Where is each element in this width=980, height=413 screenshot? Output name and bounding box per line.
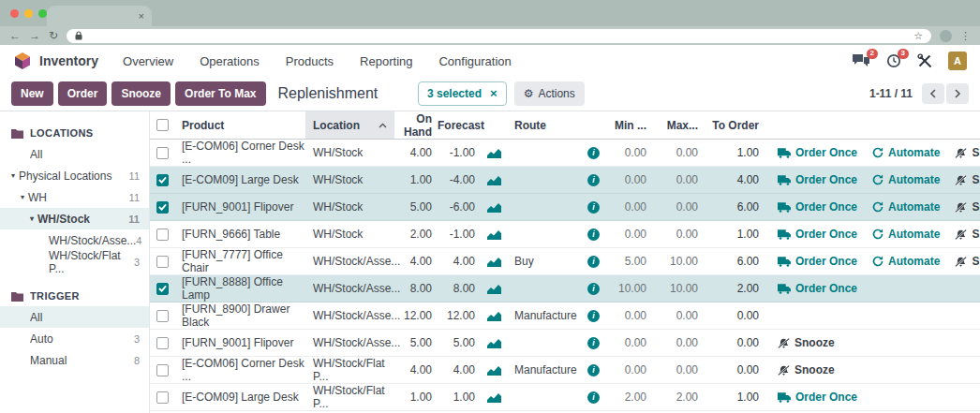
- location-cell[interactable]: WH/Stock: [305, 173, 394, 186]
- location-cell[interactable]: WH/Stock/Asse...: [305, 309, 394, 322]
- caret-down-icon[interactable]: ▾: [21, 193, 24, 201]
- reload-icon[interactable]: ↻: [49, 30, 58, 41]
- bookmark-star-icon[interactable]: ☆: [913, 31, 923, 41]
- forecast-chart-icon[interactable]: [487, 311, 501, 321]
- max-qty-cell[interactable]: 0.00: [652, 200, 704, 214]
- forecast-chart-cell[interactable]: [481, 338, 507, 348]
- back-icon[interactable]: ←: [9, 30, 21, 41]
- automate-button[interactable]: Automate: [872, 146, 940, 159]
- to-order-cell[interactable]: 4.00: [704, 173, 765, 186]
- info-cell[interactable]: i: [582, 256, 605, 268]
- forecast-chart-icon[interactable]: [487, 338, 501, 348]
- sidebar-item-manual[interactable]: Manual8: [0, 349, 149, 371]
- header-min[interactable]: Min ...: [605, 119, 652, 132]
- pager-previous-button[interactable]: [922, 83, 944, 104]
- sidebar-item-wh-stock-flat-p-[interactable]: WH/Stock/Flat P...3: [0, 251, 149, 273]
- forecast-chart-cell[interactable]: [481, 229, 507, 240]
- forecast-chart-cell[interactable]: [481, 284, 507, 294]
- snooze-button[interactable]: Snooze: [778, 336, 835, 349]
- row-checkbox[interactable]: [156, 201, 169, 214]
- snooze-button[interactable]: Snooze: [111, 81, 171, 106]
- max-qty-cell[interactable]: 0.00: [652, 228, 704, 241]
- max-qty-cell[interactable]: 2.00: [652, 391, 704, 404]
- route-cell[interactable]: Manufacture: [507, 363, 582, 376]
- order-once-button[interactable]: Order Once: [778, 228, 857, 241]
- window-controls[interactable]: [10, 9, 47, 18]
- info-icon[interactable]: i: [587, 147, 600, 159]
- forward-icon[interactable]: →: [29, 30, 40, 41]
- info-icon[interactable]: i: [587, 364, 600, 376]
- row-checkbox[interactable]: [156, 364, 169, 376]
- to-order-cell[interactable]: 0.00: [704, 336, 765, 349]
- max-qty-cell[interactable]: 10.00: [652, 282, 704, 295]
- snooze-button[interactable]: Snooze: [955, 173, 980, 186]
- caret-down-icon[interactable]: ▾: [11, 171, 15, 180]
- route-cell[interactable]: Manufacture: [507, 309, 582, 322]
- header-location[interactable]: Location: [305, 111, 394, 139]
- info-cell[interactable]: i: [582, 310, 605, 322]
- forecast-chart-icon[interactable]: [487, 202, 501, 213]
- info-icon[interactable]: i: [587, 174, 600, 186]
- info-cell[interactable]: i: [582, 147, 605, 159]
- min-qty-cell[interactable]: 0.00: [605, 200, 652, 214]
- min-qty-cell[interactable]: 0.00: [605, 309, 652, 322]
- forecast-chart-cell[interactable]: [481, 365, 507, 376]
- to-order-cell[interactable]: 1.00: [704, 228, 765, 241]
- close-window-button[interactable]: [10, 9, 19, 18]
- messages-icon[interactable]: 2: [852, 53, 870, 68]
- min-qty-cell[interactable]: 0.00: [605, 173, 652, 186]
- row-checkbox[interactable]: [156, 229, 169, 241]
- location-cell[interactable]: WH/Stock/Asse...: [305, 255, 394, 268]
- location-cell[interactable]: WH/Stock/Flat P...: [305, 384, 394, 410]
- forecast-chart-icon[interactable]: [487, 365, 501, 376]
- select-all-checkbox[interactable]: [156, 119, 169, 131]
- pager-next-button[interactable]: [946, 83, 969, 104]
- header-max[interactable]: Max...: [652, 119, 704, 132]
- info-icon[interactable]: i: [587, 391, 600, 404]
- product-cell[interactable]: [FURN_8888] Office Lamp: [174, 275, 305, 302]
- forecast-chart-cell[interactable]: [481, 175, 507, 185]
- order-once-button[interactable]: Order Once: [778, 282, 857, 295]
- clear-selection-icon[interactable]: ×: [490, 89, 497, 98]
- menu-reporting[interactable]: Reporting: [360, 54, 412, 68]
- forecast-chart-icon[interactable]: [487, 284, 501, 294]
- info-icon[interactable]: i: [587, 310, 600, 322]
- sidebar-item-auto[interactable]: Auto3: [0, 328, 149, 349]
- snooze-button[interactable]: Snooze: [955, 200, 980, 214]
- caret-down-icon[interactable]: ▾: [30, 214, 34, 223]
- row-checkbox[interactable]: [156, 310, 169, 322]
- to-order-cell[interactable]: 1.00: [704, 146, 765, 159]
- debug-tools-icon[interactable]: [917, 53, 932, 68]
- automate-button[interactable]: Automate: [872, 200, 940, 214]
- snooze-button[interactable]: Snooze: [955, 146, 980, 159]
- min-qty-cell[interactable]: 0.00: [605, 228, 652, 241]
- max-qty-cell[interactable]: 0.00: [652, 363, 704, 376]
- forecast-chart-cell[interactable]: [481, 311, 507, 321]
- forecast-chart-cell[interactable]: [481, 202, 507, 213]
- row-checkbox[interactable]: [156, 174, 169, 186]
- sidebar-item-wh-stock[interactable]: ▾WH/Stock11: [0, 208, 149, 229]
- product-cell[interactable]: [FURN_8900] Drawer Black: [174, 302, 305, 329]
- info-cell[interactable]: i: [582, 364, 605, 376]
- row-checkbox[interactable]: [156, 256, 169, 268]
- location-cell[interactable]: WH/Stock/Asse...: [305, 336, 394, 349]
- info-cell[interactable]: i: [582, 283, 605, 295]
- route-cell[interactable]: Buy: [507, 255, 582, 268]
- order-once-button[interactable]: Order Once: [778, 391, 857, 404]
- location-cell[interactable]: WH/Stock: [305, 200, 394, 214]
- tab-close-icon[interactable]: ×: [139, 11, 144, 22]
- max-qty-cell[interactable]: 0.00: [652, 173, 704, 186]
- address-bar[interactable]: ☆: [67, 29, 931, 43]
- app-brand[interactable]: Inventory: [13, 52, 98, 70]
- info-icon[interactable]: i: [587, 229, 600, 241]
- forecast-chart-icon[interactable]: [487, 392, 501, 403]
- to-order-cell[interactable]: 6.00: [704, 200, 765, 214]
- sidebar-item-wh[interactable]: ▾WH11: [0, 186, 149, 208]
- header-product[interactable]: Product: [174, 119, 305, 132]
- info-cell[interactable]: i: [582, 201, 605, 214]
- header-forecast[interactable]: Forecast: [438, 119, 481, 132]
- to-order-cell[interactable]: 0.00: [704, 309, 765, 322]
- product-cell[interactable]: [E-COM09] Large Desk: [174, 173, 305, 186]
- info-cell[interactable]: i: [582, 337, 605, 349]
- forecast-chart-cell[interactable]: [481, 392, 507, 403]
